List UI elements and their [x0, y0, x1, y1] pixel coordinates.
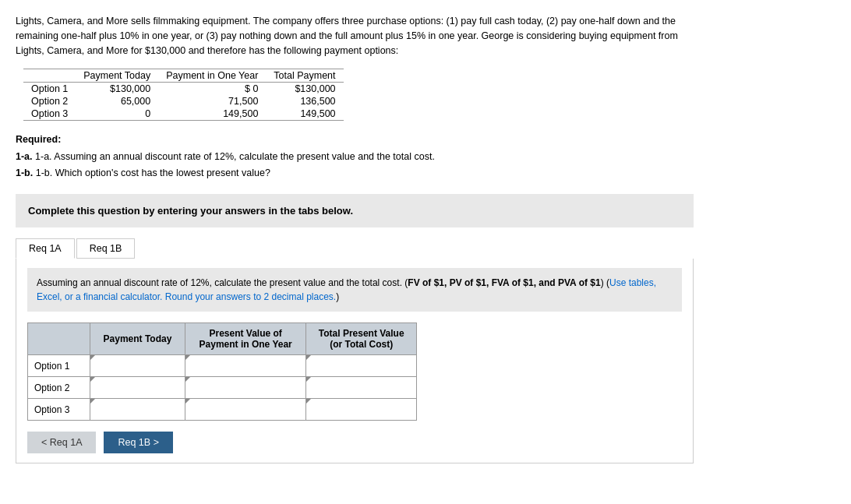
answer-row-option3: Option 3: [28, 399, 417, 421]
answer-col-present-value: Present Value of Payment in One Year: [185, 323, 306, 355]
answer-option1-pv-input[interactable]: [190, 359, 302, 373]
tab-content-area: Assuming an annual discount rate of 12%,…: [16, 259, 694, 463]
top-data-table: Payment Today Payment in One Year Total …: [23, 69, 835, 121]
option2-today: 65,000: [76, 95, 158, 107]
option2-label: Option 2: [23, 95, 76, 107]
option1-one-year: $ 0: [158, 83, 266, 96]
next-button[interactable]: Req 1B >: [104, 432, 172, 453]
answer-option1-label: Option 1: [28, 355, 90, 377]
table-row: Option 2 65,000 71,500 136,500: [23, 95, 344, 107]
option2-total: 136,500: [266, 95, 343, 107]
answer-option3-pv-cell[interactable]: [185, 399, 306, 421]
complete-question-box: Complete this question by entering your …: [16, 194, 694, 227]
option1-today: $130,000: [76, 83, 158, 96]
answer-option2-pv-input[interactable]: [190, 381, 302, 395]
complete-question-text: Complete this question by entering your …: [28, 205, 353, 217]
answer-option2-payment-today-cell[interactable]: [90, 377, 185, 399]
answer-option2-payment-today-input[interactable]: [95, 381, 180, 395]
tab-description: Assuming an annual discount rate of 12%,…: [27, 268, 682, 312]
answer-option2-total-cell[interactable]: [306, 377, 417, 399]
col-header-payment-today: Payment Today: [76, 69, 158, 83]
answer-option3-total-cell[interactable]: [306, 399, 417, 421]
option2-one-year: 71,500: [158, 95, 266, 107]
fv-pv-bold: FV of $1, PV of $1, FVA of $1, and PVA o…: [408, 277, 600, 288]
intro-text: Lights, Camera, and More sells filmmakin…: [16, 14, 694, 58]
option1-total: $130,000: [266, 83, 343, 96]
tab-req1a[interactable]: Req 1A: [16, 238, 75, 259]
tabs-container: Req 1A Req 1B: [16, 238, 835, 259]
col-header-payment-one-year: Payment in One Year: [158, 69, 266, 83]
req-1a-text: 1-a. 1-a. Assuming an annual discount ra…: [16, 149, 835, 165]
answer-row-option1: Option 1: [28, 355, 417, 377]
req-1b-text: 1-b. 1-b. Which option's cost has the lo…: [16, 165, 835, 182]
answer-option1-payment-today-cell[interactable]: [90, 355, 185, 377]
answer-option3-payment-today-cell[interactable]: [90, 399, 185, 421]
answer-option2-total-input[interactable]: [311, 381, 411, 395]
answer-option3-total-input[interactable]: [311, 403, 411, 417]
tab-req1b[interactable]: Req 1B: [76, 238, 136, 259]
col-header-empty: [23, 69, 76, 83]
answer-option3-payment-today-input[interactable]: [95, 403, 180, 417]
option3-label: Option 3: [23, 107, 76, 121]
table-row: Option 1 $130,000 $ 0 $130,000: [23, 83, 344, 96]
answer-option1-pv-cell[interactable]: [185, 355, 306, 377]
answer-col-empty: [28, 323, 90, 355]
answer-option2-label: Option 2: [28, 377, 90, 399]
option3-one-year: 149,500: [158, 107, 266, 121]
required-section: Required: 1-a. 1-a. Assuming an annual d…: [16, 132, 835, 182]
answer-table: Payment Today Present Value of Payment i…: [27, 322, 417, 421]
nav-buttons: < Req 1A Req 1B >: [27, 432, 682, 453]
col-header-total-payment: Total Payment: [266, 69, 343, 83]
answer-option1-payment-today-input[interactable]: [95, 359, 180, 373]
option3-total: 149,500: [266, 107, 343, 121]
option3-today: 0: [76, 107, 158, 121]
answer-row-option2: Option 2: [28, 377, 417, 399]
answer-col-payment-today: Payment Today: [90, 323, 185, 355]
options-table: Payment Today Payment in One Year Total …: [23, 69, 344, 121]
required-title: Required:: [16, 134, 61, 145]
answer-table-wrapper: Payment Today Present Value of Payment i…: [27, 322, 682, 421]
table-row: Option 3 0 149,500 149,500: [23, 107, 344, 121]
answer-option1-total-cell[interactable]: [306, 355, 417, 377]
answer-option3-pv-input[interactable]: [190, 403, 302, 417]
answer-option3-label: Option 3: [28, 399, 90, 421]
option1-label: Option 1: [23, 83, 76, 96]
answer-option2-pv-cell[interactable]: [185, 377, 306, 399]
answer-option1-total-input[interactable]: [311, 359, 411, 373]
prev-button[interactable]: < Req 1A: [27, 432, 96, 453]
answer-col-total-present-value: Total Present Value (or Total Cost): [306, 323, 417, 355]
